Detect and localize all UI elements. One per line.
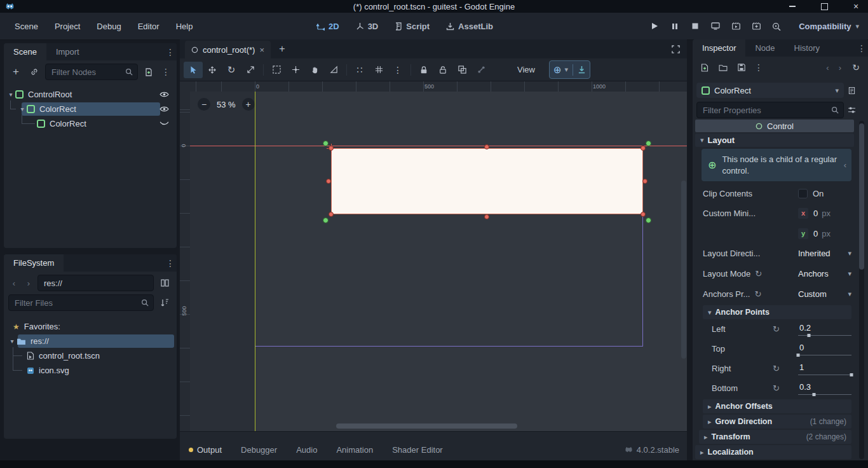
revert-icon[interactable]: ↻ xyxy=(773,324,780,334)
property-filter-input[interactable] xyxy=(702,105,828,116)
object-selector[interactable]: ColorRect ▾ xyxy=(696,83,844,98)
resize-handle-top[interactable] xyxy=(484,144,489,149)
tab-animation[interactable]: Animation xyxy=(336,445,373,455)
nav-forward-icon[interactable]: › xyxy=(23,275,34,291)
menu-debug[interactable]: Debug xyxy=(88,17,129,35)
scene-dock-menu-icon[interactable]: ⋮ xyxy=(164,47,177,57)
menu-editor[interactable]: Editor xyxy=(130,17,168,35)
collapse-icon[interactable]: ▾ xyxy=(18,106,27,113)
unlock-button[interactable] xyxy=(433,62,452,78)
version-label[interactable]: 4.0.2.stable xyxy=(625,445,679,455)
tab-import[interactable]: Import xyxy=(46,43,89,60)
slider-knob[interactable] xyxy=(813,393,816,396)
inspector-scrollbar[interactable] xyxy=(859,121,864,459)
toggle-split-mode-icon[interactable] xyxy=(157,275,172,291)
layout-direction-dropdown[interactable]: Inherited xyxy=(798,249,831,258)
section-localization[interactable]: ▸ Localization xyxy=(695,445,851,459)
workspace-3d[interactable]: 3D xyxy=(356,22,379,31)
open-docs-icon[interactable] xyxy=(844,83,859,98)
new-resource-button[interactable] xyxy=(697,60,712,75)
chevron-down-icon[interactable]: ▾ xyxy=(848,290,851,298)
file-row-tscn[interactable]: control_root.tscn xyxy=(4,348,177,363)
tree-row-controlroot[interactable]: ▾ ControlRoot xyxy=(4,87,177,102)
colorrect-node[interactable] xyxy=(331,148,643,214)
vertical-scrollbar[interactable] xyxy=(681,181,686,359)
revert-icon[interactable]: ↻ xyxy=(773,383,780,393)
visibility-eye-icon[interactable] xyxy=(159,106,169,113)
tab-inspector[interactable]: Inspector xyxy=(693,39,745,57)
scene-tree-menu-icon[interactable]: ⋮ xyxy=(159,67,172,77)
tab-output[interactable]: Output xyxy=(189,445,222,455)
resize-handle-top-left[interactable] xyxy=(329,146,334,151)
tab-filesystem[interactable]: FileSystem xyxy=(4,254,64,272)
instance-scene-button[interactable] xyxy=(27,64,42,79)
view-menu-button[interactable]: View xyxy=(512,62,540,78)
tab-shader-editor[interactable]: Shader Editor xyxy=(392,445,443,455)
load-resource-icon[interactable] xyxy=(715,60,731,75)
path-input[interactable] xyxy=(43,278,149,289)
anchor-handle-bottom-right[interactable] xyxy=(646,217,651,223)
history-back-icon[interactable]: ‹ xyxy=(826,63,829,72)
anchor-bottom-spinner[interactable]: 0.3 xyxy=(798,382,851,395)
horizontal-scrollbar[interactable] xyxy=(336,423,517,429)
move-tool-button[interactable] xyxy=(203,62,222,78)
zoom-level[interactable]: 53 % xyxy=(217,100,236,109)
resize-handle-bottom-right[interactable] xyxy=(641,212,646,217)
file-row-svg[interactable]: icon.svg xyxy=(4,363,177,378)
list-select-tool-button[interactable] xyxy=(267,62,286,78)
favorites-row[interactable]: ★ Favorites: xyxy=(4,319,177,334)
anchor-handle-bottom-left[interactable] xyxy=(323,217,329,223)
control-class-section[interactable]: Control xyxy=(695,120,854,132)
slider-knob[interactable] xyxy=(807,334,810,337)
select-tool-button[interactable] xyxy=(184,62,203,78)
res-root-row[interactable]: ▾ res:// xyxy=(4,334,177,348)
anchor-handle-top-right[interactable] xyxy=(646,141,651,146)
anchor-top-spinner[interactable]: 0 xyxy=(798,343,851,355)
resize-handle-left[interactable] xyxy=(326,179,331,184)
add-node-button[interactable]: + xyxy=(8,64,24,79)
stop-button[interactable] xyxy=(686,18,705,34)
chevron-left-icon[interactable]: ‹ xyxy=(844,160,846,170)
remote-debug-button[interactable] xyxy=(706,18,725,34)
history-forward-icon[interactable]: › xyxy=(839,63,841,72)
movie-maker-button[interactable] xyxy=(767,18,786,34)
layout-category[interactable]: ▾ Layout xyxy=(695,134,854,147)
resize-handle-bottom-left[interactable] xyxy=(329,212,334,217)
chevron-down-icon[interactable]: ▾ xyxy=(848,270,851,278)
menu-scene[interactable]: Scene xyxy=(6,17,46,35)
skeleton-options-button[interactable] xyxy=(471,62,491,78)
visibility-closed-eye-icon[interactable] xyxy=(159,121,169,127)
section-anchor-offsets[interactable]: ▸ Anchor Offsets xyxy=(703,399,851,413)
chevron-down-icon[interactable]: ▾ xyxy=(848,249,851,258)
tree-row-colorrect-child[interactable]: ColorRect xyxy=(4,116,177,131)
inspector-dock-menu-icon[interactable]: ⋮ xyxy=(855,43,868,53)
sort-files-icon[interactable] xyxy=(157,295,172,310)
visibility-eye-icon[interactable] xyxy=(159,91,169,98)
expand-viewport-icon[interactable] xyxy=(668,41,683,57)
tab-audio[interactable]: Audio xyxy=(296,445,317,455)
top-ruler[interactable]: 0 500 1000 xyxy=(190,81,687,92)
scene-filter-input[interactable] xyxy=(50,67,122,78)
save-resource-icon[interactable] xyxy=(734,60,749,75)
slider-knob[interactable] xyxy=(797,354,800,357)
2d-viewport-canvas[interactable]: − 53 % + xyxy=(190,92,687,431)
path-field[interactable] xyxy=(37,275,154,291)
grid-snap-button[interactable] xyxy=(369,62,388,78)
resize-handle-right[interactable] xyxy=(642,179,648,184)
anchor-right-spinner[interactable]: 1 xyxy=(798,362,851,375)
tab-debugger[interactable]: Debugger xyxy=(241,445,277,455)
chevron-down-icon[interactable]: ▾ xyxy=(565,65,569,74)
tab-node[interactable]: Node xyxy=(745,39,784,57)
scene-tab-control-root[interactable]: control_root(*) × xyxy=(185,41,271,59)
clip-contents-checkbox[interactable] xyxy=(798,189,808,198)
layout-mode-dropdown[interactable]: Anchors xyxy=(798,269,829,279)
anchor-left-spinner[interactable]: 0.2 xyxy=(798,323,851,336)
group-button[interactable] xyxy=(452,62,471,78)
tab-history[interactable]: History xyxy=(785,39,829,57)
revert-icon[interactable]: ↻ xyxy=(755,269,762,279)
filesystem-menu-icon[interactable]: ⋮ xyxy=(164,258,177,268)
section-grow-direction[interactable]: ▸ Grow Direction (1 change) xyxy=(703,415,851,429)
pause-button[interactable] xyxy=(665,18,684,34)
close-button[interactable]: × xyxy=(851,2,860,11)
revert-icon[interactable]: ↻ xyxy=(754,289,761,299)
